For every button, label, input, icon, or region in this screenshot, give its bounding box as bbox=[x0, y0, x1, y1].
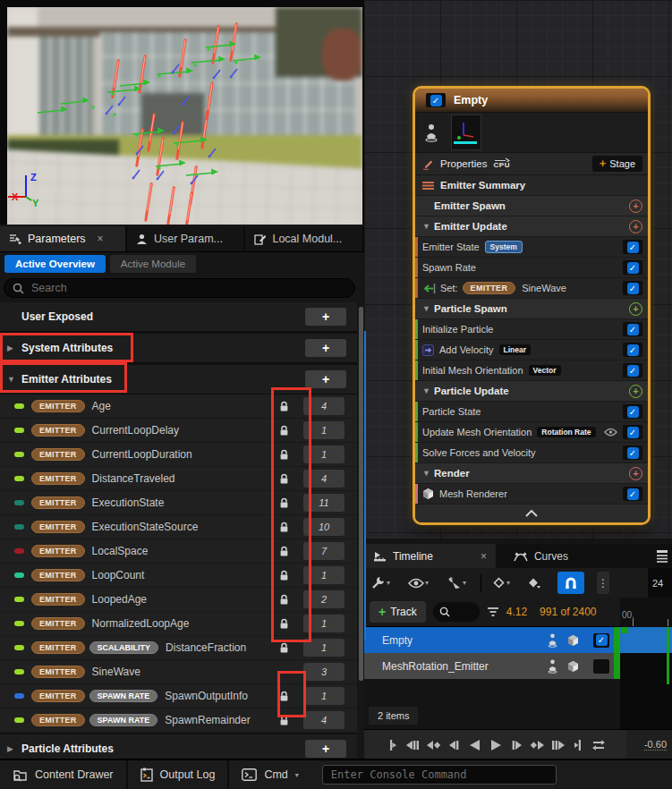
output-log-button[interactable]: Output Log bbox=[128, 760, 228, 789]
time-spinbox[interactable]: -0.60 bbox=[626, 729, 672, 759]
module-enabled-checkbox[interactable]: ✓ bbox=[623, 363, 642, 378]
module-enabled-checkbox[interactable]: ✓ bbox=[623, 404, 642, 419]
toolbar-autokey-button[interactable] bbox=[526, 576, 541, 590]
timeline-search-input[interactable] bbox=[433, 602, 480, 622]
expander-icon[interactable]: ▼ bbox=[422, 222, 434, 231]
filter-icon[interactable] bbox=[487, 607, 499, 617]
parameter-row-currentloopdelay[interactable]: EMITTERCurrentLoopDelay1 bbox=[0, 419, 357, 443]
add-track-button[interactable]: + Track bbox=[370, 601, 426, 623]
transport-to-start-button[interactable] bbox=[385, 739, 401, 751]
preview-viewport[interactable]: Z X Y bbox=[7, 7, 362, 225]
module-row-initialize-particle[interactable]: Initialize Particle✓ bbox=[415, 319, 648, 340]
add-module-button[interactable]: + bbox=[629, 199, 642, 213]
tab-user-parameters[interactable]: User Param... bbox=[127, 226, 246, 251]
module-row-add-velocity[interactable]: Add VelocityLinear✓ bbox=[415, 340, 648, 361]
parameter-row-localspace[interactable]: EMITTERLocalSpace7 bbox=[0, 539, 357, 564]
parameter-row-distancetraveled[interactable]: EMITTERDistanceTraveled4 bbox=[0, 467, 357, 491]
parameter-row-executionstatesource[interactable]: EMITTERExecutionStateSource10 bbox=[0, 515, 357, 539]
transport-frame-forward-button[interactable] bbox=[508, 739, 524, 751]
parameter-row-normalizedloopage[interactable]: EMITTERNormalizedLoopAge1 bbox=[0, 612, 357, 636]
transport-frame-back-button[interactable] bbox=[447, 739, 463, 751]
transport-loop-button[interactable] bbox=[591, 739, 607, 751]
tab-local-modules[interactable]: Local Modul... bbox=[245, 226, 364, 251]
tab-parameters[interactable]: Parameters × bbox=[0, 226, 127, 251]
console-command-input[interactable]: Enter Console Command bbox=[322, 765, 557, 785]
close-icon[interactable]: × bbox=[481, 550, 487, 563]
add-parameter-button[interactable]: + bbox=[305, 370, 346, 388]
node-row-emitter-summary[interactable]: Emitter Summary bbox=[415, 175, 648, 196]
playhead-marker[interactable] bbox=[622, 627, 628, 633]
system-overview-graph[interactable]: ✓ Empty Properties bbox=[362, 0, 672, 539]
toolbar-more-button[interactable]: ⋮ bbox=[597, 572, 609, 594]
track-enabled-checkbox[interactable]: ✓ bbox=[593, 633, 609, 648]
stage-group-emitter-spawn[interactable]: Emitter Spawn+ bbox=[415, 196, 648, 216]
fps-label[interactable]: 24 bbox=[652, 578, 663, 589]
add-parameter-button[interactable]: + bbox=[305, 339, 346, 357]
transport-to-end-button[interactable] bbox=[570, 739, 586, 751]
expander-icon[interactable]: ▼ bbox=[422, 386, 434, 395]
toolbar-keyframe-options-button[interactable]: ▾ bbox=[492, 576, 510, 590]
module-enabled-checkbox[interactable]: ✓ bbox=[623, 487, 642, 501]
active-module-button[interactable]: Active Module bbox=[110, 255, 196, 273]
emitter-node-header[interactable]: ✓ Empty bbox=[415, 89, 648, 113]
section-header-user-exposed[interactable]: User Exposed+ bbox=[0, 302, 357, 332]
content-drawer-button[interactable]: Content Drawer bbox=[0, 760, 126, 789]
module-enabled-checkbox[interactable]: ✓ bbox=[623, 445, 642, 460]
close-icon[interactable]: × bbox=[98, 233, 104, 245]
transport-play-button[interactable] bbox=[488, 739, 504, 751]
expander-icon[interactable]: ▼ bbox=[422, 304, 434, 313]
expander-icon[interactable]: ▶ bbox=[7, 344, 19, 352]
add-parameter-button[interactable]: + bbox=[305, 308, 346, 326]
add-module-button[interactable]: + bbox=[629, 385, 642, 398]
parameter-row-age[interactable]: EMITTERAge4 bbox=[0, 394, 357, 419]
cmd-dropdown[interactable]: Cmd ▾ bbox=[229, 760, 310, 789]
snap-toggle-button[interactable] bbox=[557, 572, 584, 594]
emitter-node-empty[interactable]: ✓ Empty Properties bbox=[413, 86, 651, 525]
expander-icon[interactable]: ▼ bbox=[7, 375, 19, 384]
parameter-row-spawnremainder[interactable]: EMITTERSPAWN RATESpawnRemainder4 bbox=[0, 708, 357, 733]
tab-timeline[interactable]: Timeline × bbox=[364, 544, 496, 568]
parameter-row-sinewave[interactable]: EMITTERSineWave3 bbox=[0, 660, 357, 684]
parameter-row-loopedage[interactable]: EMITTERLoopedAge2 bbox=[0, 588, 357, 612]
module-enabled-checkbox[interactable]: ✓ bbox=[623, 240, 642, 254]
add-module-button[interactable]: + bbox=[629, 302, 642, 316]
toolbar-options-button[interactable]: ▾ bbox=[371, 576, 390, 590]
module-enabled-checkbox[interactable]: ✓ bbox=[623, 322, 642, 336]
module-row-particle-state[interactable]: Particle State✓ bbox=[415, 402, 648, 422]
add-parameter-button[interactable]: + bbox=[305, 740, 346, 758]
scrollbar-thumb[interactable] bbox=[359, 307, 363, 681]
module-row-spawn-rate[interactable]: Spawn Rate✓ bbox=[415, 258, 648, 278]
add-module-button[interactable]: + bbox=[629, 467, 642, 480]
parameter-row-spawnoutputinfo[interactable]: EMITTERSPAWN RATESpawnOutputInfo1 bbox=[0, 684, 357, 708]
node-collapse-button[interactable] bbox=[415, 505, 648, 522]
current-time-display[interactable]: 4.12 bbox=[506, 606, 527, 618]
expander-icon[interactable]: ▶ bbox=[7, 744, 19, 753]
transport-prev-key-button[interactable] bbox=[426, 739, 442, 751]
tab-curves[interactable]: Curves bbox=[505, 544, 577, 568]
stage-group-render[interactable]: ▼Render+ bbox=[415, 463, 648, 484]
module-row-solve-forces-and-velocity[interactable]: Solve Forces and Velocity✓ bbox=[415, 443, 648, 463]
track-enabled-checkbox[interactable] bbox=[593, 659, 609, 674]
parameter-row-distancefraction[interactable]: EMITTERSCALABILITYDistanceFraction1 bbox=[0, 636, 357, 660]
add-module-button[interactable]: + bbox=[629, 220, 642, 233]
module-row-initial-mesh-orientation[interactable]: Initial Mesh OrientationVector✓ bbox=[415, 361, 648, 381]
module-row-mesh-renderer[interactable]: Mesh Renderer✓ bbox=[415, 484, 648, 505]
add-stage-button[interactable]: + Stage bbox=[592, 156, 642, 172]
stage-group-particle-spawn[interactable]: ▼Particle Spawn+ bbox=[415, 299, 648, 319]
stage-group-emitter-update[interactable]: ▼Emitter Update+ bbox=[415, 216, 648, 237]
toolbar-playback-options-button[interactable]: ▾ bbox=[447, 576, 466, 590]
module-row-update-mesh-orientation[interactable]: Update Mesh OrientationRotation Rate✓ bbox=[415, 422, 648, 443]
module-enabled-checkbox[interactable]: ✓ bbox=[623, 260, 642, 275]
transport-frame-back-double-button[interactable] bbox=[405, 739, 421, 751]
module-row-set-[interactable]: Set: EMITTERSineWave✓ bbox=[415, 278, 648, 299]
expander-icon[interactable]: ▼ bbox=[422, 469, 434, 478]
timeline-ruler[interactable]: 00, bbox=[620, 598, 672, 628]
details-list-icon[interactable] bbox=[656, 550, 668, 563]
parameter-row-loopcount[interactable]: EMITTERLoopCount1 bbox=[0, 564, 357, 588]
emitter-enabled-checkbox[interactable]: ✓ bbox=[426, 93, 446, 107]
module-enabled-checkbox[interactable]: ✓ bbox=[623, 281, 642, 295]
section-header-system-attributes[interactable]: ▶System Attributes+ bbox=[0, 332, 357, 363]
frame-counter[interactable]: 991 of 2400 bbox=[540, 606, 596, 618]
transport-play-reverse-button[interactable] bbox=[467, 739, 483, 751]
transport-next-key-button[interactable] bbox=[529, 739, 545, 751]
